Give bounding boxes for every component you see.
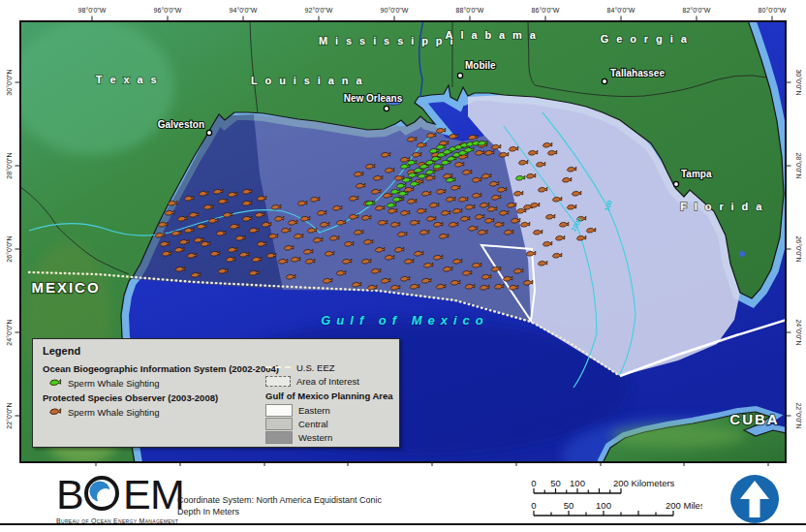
gulf-of-mexico-label: Gulf of Mexico <box>321 313 489 328</box>
legend-obis-item-label: Sperm Whale Sighting <box>68 378 160 389</box>
mi-scale-label: 200 Miles <box>666 500 702 511</box>
city-label-tampa: Tampa <box>681 169 712 179</box>
state-label-louisiana: L o u i s i a n a <box>251 75 365 86</box>
lat-label-right: 22°0'0"N <box>795 402 802 428</box>
state-label-florida: F l o r i d a <box>680 201 765 212</box>
mi-scale-label: 0 <box>531 500 536 511</box>
lon-label-top: 96°0'0"W <box>154 7 182 14</box>
terrain-cuba <box>610 424 746 448</box>
legend-title: Legend <box>43 345 399 357</box>
city-label-tallahassee: Tallahassee <box>610 68 665 78</box>
legend-aoi-label: Area of Interest <box>296 376 359 387</box>
city-dot-mobile <box>457 73 462 78</box>
central-area-swatch <box>265 418 293 430</box>
lat-label-left: 28°0'0"N <box>6 152 13 178</box>
lon-label-top: 92°0'0"W <box>305 7 333 14</box>
km-scale-label: 200 Kilometers <box>613 478 675 488</box>
legend-central-label: Central <box>298 419 328 429</box>
area-of-interest-swatch <box>265 376 291 387</box>
mi-scale-label: 100 <box>596 500 611 511</box>
lat-label-left: 24°0'0"N <box>6 319 13 345</box>
western-area-swatch <box>265 431 293 444</box>
lon-label-top: 86°0'0"W <box>532 7 560 14</box>
legend-eastern-label: Eastern <box>298 405 330 416</box>
eastern-area-swatch <box>265 404 293 417</box>
lat-label-left: 30°0'0"N <box>6 69 13 95</box>
lon-label-top: 82°0'0"W <box>683 7 711 14</box>
gulf-of-mexico-map: T e x a sL o u i s i a n aM i s s i s s … <box>0 0 806 532</box>
city-dot-galveston <box>206 130 211 135</box>
lon-label-top: 84°0'0"W <box>607 7 636 14</box>
lat-label-right: 28°0'0"N <box>795 152 802 178</box>
boem-logo: B E M Bureau of Ocean Energy Management <box>56 472 192 528</box>
city-label-mobile: Mobile <box>465 60 496 71</box>
city-dot-tallahassee <box>602 78 606 83</box>
eez-line-swatch <box>265 366 291 368</box>
legend-obis-header: Ocean Biogeographic Information System (… <box>43 363 285 374</box>
mi-scale-label: 50 <box>564 500 574 511</box>
km-scale-label: 0 <box>531 478 536 488</box>
coordinate-system-note: Coordinate System: North America Equidis… <box>177 494 382 506</box>
lat-label-right: 30°0'0"N <box>795 69 802 95</box>
legend-pso-header: Protected Species Observer (2003-2008) <box>43 392 285 403</box>
lat-label-right: 26°0'0"N <box>795 235 802 262</box>
state-label-mississippi: M i s s i s s i p p i <box>319 35 456 47</box>
pso-whale-icon <box>48 407 62 417</box>
state-label-alabama: A l a b a m a <box>446 29 540 41</box>
lon-label-top: 88°0'0"W <box>456 7 484 14</box>
legend-pso-item-label: Sperm Whale Sighting <box>68 407 160 418</box>
city-dot-tampa <box>673 181 678 186</box>
city-dot-new-orleans <box>384 106 388 110</box>
terrain-west-texas <box>10 19 174 155</box>
footer-divider <box>0 523 806 525</box>
city-label-new-orleans: New Orleans <box>344 93 403 104</box>
lat-label-right: 24°0'0"N <box>795 319 802 345</box>
km-scale-label: 50 <box>550 478 561 488</box>
lon-label-top: 94°0'0"W <box>230 7 258 14</box>
north-arrow-icon <box>729 474 780 524</box>
lon-label-top: 98°0'0"W <box>78 7 107 14</box>
lake-okeechobee <box>739 251 745 257</box>
boem-logo-wave-cut <box>97 488 114 506</box>
scale-bars: 050100200 Kilometers050100200 Miles <box>528 477 702 521</box>
legend-western-label: Western <box>298 432 332 443</box>
city-label-galveston: Galveston <box>158 119 204 130</box>
depth-note: Depth In Meters <box>177 506 382 517</box>
lon-label-top: 90°0'0"W <box>381 7 409 14</box>
lat-label-left: 22°0'0"N <box>6 402 13 428</box>
country-label-mexico: MEXICO <box>31 279 100 296</box>
lon-label-top: 80°0'0"W <box>759 7 787 14</box>
svg-text:E: E <box>123 472 151 517</box>
map-page: T e x a sL o u i s i a n aM i s s i s s … <box>0 0 806 532</box>
legend: Legend Ocean Biogeographic Information S… <box>32 338 400 448</box>
lat-label-left: 26°0'0"N <box>6 235 13 262</box>
state-label-texas: T e x a s <box>96 74 160 85</box>
footer-bar: B E M Bureau of Ocean Energy Management … <box>0 466 806 532</box>
state-label-georgia: G e o r g i a <box>601 33 691 45</box>
obis-whale-icon <box>48 378 62 388</box>
legend-eez-label: U.S. EEZ <box>296 362 335 373</box>
country-label-cuba: CUBA <box>729 411 779 427</box>
km-scale-label: 100 <box>570 478 585 488</box>
legend-planning-header: Gulf of Mexico Planning Area <box>265 391 396 401</box>
svg-text:B: B <box>56 472 84 517</box>
